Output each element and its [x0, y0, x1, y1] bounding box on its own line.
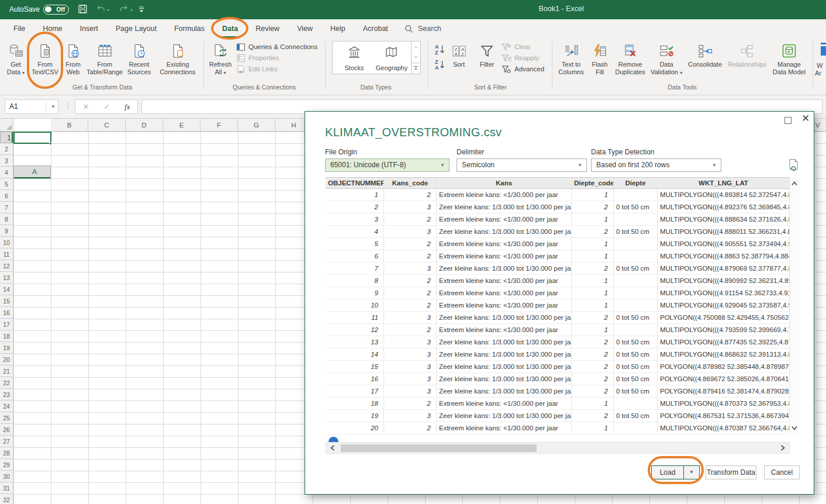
remove-duplicates-button[interactable]: Remove Duplicates: [613, 40, 648, 81]
tab-page-layout[interactable]: Page Layout: [107, 19, 165, 38]
manage-data-model-button[interactable]: Manage Data Model: [770, 40, 808, 81]
row-header-20[interactable]: 20: [0, 354, 13, 365]
delimiter-select[interactable]: Semicolon ▼: [457, 158, 587, 172]
column-header-f[interactable]: F: [201, 119, 238, 132]
remove-duplicates-icon: [623, 40, 638, 59]
advanced-filter-button[interactable]: Advanced: [502, 64, 544, 74]
flash-fill-button[interactable]: Flash Fill: [588, 40, 611, 81]
preview-table-cell: 0 tot 50 cm: [614, 226, 658, 237]
column-header-g[interactable]: G: [238, 119, 275, 132]
scroll-left-icon[interactable]: [327, 443, 338, 453]
row-header-24[interactable]: 24: [0, 401, 13, 412]
recent-sources-button[interactable]: Recent Sources: [124, 40, 154, 81]
column-header-c[interactable]: C: [88, 119, 126, 132]
transform-data-button[interactable]: Transform Data: [706, 465, 756, 479]
select-all-corner[interactable]: [0, 119, 13, 132]
scroll-up-icon[interactable]: [790, 178, 799, 189]
row-header-3[interactable]: 3: [0, 155, 13, 167]
save-icon[interactable]: [78, 4, 88, 14]
row-header-25[interactable]: 25: [0, 412, 13, 424]
from-web-button[interactable]: From Web: [61, 40, 85, 81]
row-header-31[interactable]: 31: [0, 482, 13, 494]
row-header-13[interactable]: 13: [0, 272, 13, 284]
row-header-19[interactable]: 19: [0, 342, 13, 354]
row-header-15[interactable]: 15: [0, 295, 13, 307]
sort-button[interactable]: ZAAZ Sort: [448, 40, 470, 81]
row-header-32[interactable]: 32: [0, 494, 13, 504]
row-header-5[interactable]: 5: [0, 178, 13, 190]
dialog-close-button[interactable]: ✕: [801, 113, 810, 125]
data-validation-button[interactable]: Data Validation: [649, 40, 684, 81]
insert-function-button[interactable]: fx: [125, 102, 130, 112]
selected-cell-a1[interactable]: [13, 132, 51, 144]
row-header-11[interactable]: 11: [0, 248, 13, 260]
whatif-analysis-label-partial: W: [817, 62, 822, 69]
column-header-e[interactable]: E: [163, 119, 201, 132]
row-header-7[interactable]: 7: [0, 202, 13, 213]
tab-formulas[interactable]: Formulas: [165, 19, 213, 38]
row-header-18[interactable]: 18: [0, 330, 13, 342]
column-header-b[interactable]: B: [51, 119, 88, 132]
tab-view[interactable]: View: [288, 19, 322, 38]
row-header-14[interactable]: 14: [0, 284, 13, 295]
tab-review[interactable]: Review: [247, 19, 288, 38]
customize-qat-icon[interactable]: [138, 5, 145, 13]
vertical-scrollbar[interactable]: [790, 177, 799, 434]
sort-ascending-button[interactable]: AZ: [434, 44, 445, 54]
search-box[interactable]: Search: [405, 19, 441, 38]
sort-descending-button[interactable]: ZA: [434, 59, 445, 70]
formula-bar-splitter[interactable]: ⋮: [64, 101, 72, 110]
scroll-right-icon[interactable]: [777, 443, 788, 453]
cancel-button[interactable]: Cancel: [764, 465, 800, 479]
filter-button[interactable]: Filter: [475, 40, 499, 81]
refresh-preview-icon[interactable]: [788, 158, 799, 172]
text-to-columns-button[interactable]: Text to Columns: [555, 40, 587, 81]
refresh-all-button[interactable]: Refresh All: [206, 40, 235, 81]
horizontal-scroll-thumb[interactable]: [341, 444, 537, 452]
confirm-entry-icon[interactable]: ✓: [103, 102, 110, 111]
tab-file[interactable]: File: [5, 19, 34, 38]
column-header-d[interactable]: D: [126, 119, 163, 132]
row-header-26[interactable]: 26: [0, 424, 13, 436]
row-header-1[interactable]: 1: [0, 132, 13, 143]
row-header-27[interactable]: 27: [0, 436, 13, 447]
data-type-detection-select[interactable]: Based on first 200 rows ▼: [591, 158, 721, 172]
row-header-16[interactable]: 16: [0, 307, 13, 319]
row-header-23[interactable]: 23: [0, 389, 13, 401]
row-header-30[interactable]: 30: [0, 471, 13, 482]
row-header-12[interactable]: 12: [0, 260, 13, 272]
recent-sources-label: Recent Sources: [124, 61, 154, 76]
row-header-22[interactable]: 22: [0, 377, 13, 389]
row-header-28[interactable]: 28: [0, 447, 13, 459]
row-header-17[interactable]: 17: [0, 319, 13, 330]
dialog-maximize-button[interactable]: [784, 117, 792, 124]
existing-connections-button[interactable]: Existing Connections: [155, 40, 200, 81]
row-header-29[interactable]: 29: [0, 459, 13, 471]
stocks-button[interactable]: Stocks: [336, 43, 372, 73]
tab-insert[interactable]: Insert: [71, 19, 107, 38]
queries-connections-button[interactable]: Queries & Connections: [236, 42, 317, 52]
horizontal-scrollbar[interactable]: [326, 442, 790, 454]
row-header-6[interactable]: 6: [0, 190, 13, 202]
column-header-a[interactable]: A: [13, 165, 51, 179]
row-header-2[interactable]: 2: [0, 143, 13, 155]
from-table-range-button[interactable]: From Table/Range: [87, 40, 123, 81]
tab-acrobat[interactable]: Acrobat: [354, 19, 397, 38]
row-header-9[interactable]: 9: [0, 225, 13, 237]
name-box[interactable]: A1 ▼: [5, 99, 58, 114]
row-header-8[interactable]: 8: [0, 213, 13, 225]
row-header-21[interactable]: 21: [0, 365, 13, 377]
gallery-more-button[interactable]: ▼: [412, 63, 420, 74]
file-origin-select[interactable]: 65001: Unicode (UTF-8) ▼: [325, 158, 450, 172]
whatif-analysis-label-partial: Ar: [815, 70, 821, 77]
cancel-entry-icon[interactable]: ✕: [82, 102, 89, 111]
tab-help[interactable]: Help: [322, 19, 354, 38]
autosave-toggle[interactable]: Off: [43, 5, 69, 15]
get-data-button[interactable]: Get Data: [2, 40, 29, 81]
consolidate-button[interactable]: Consolidate: [686, 40, 724, 81]
row-header-10[interactable]: 10: [0, 237, 13, 248]
row-header-4[interactable]: 4: [0, 167, 13, 178]
geography-button[interactable]: Geography: [374, 43, 410, 73]
fill-handle[interactable]: [49, 142, 52, 145]
scroll-down-icon[interactable]: [790, 423, 799, 433]
